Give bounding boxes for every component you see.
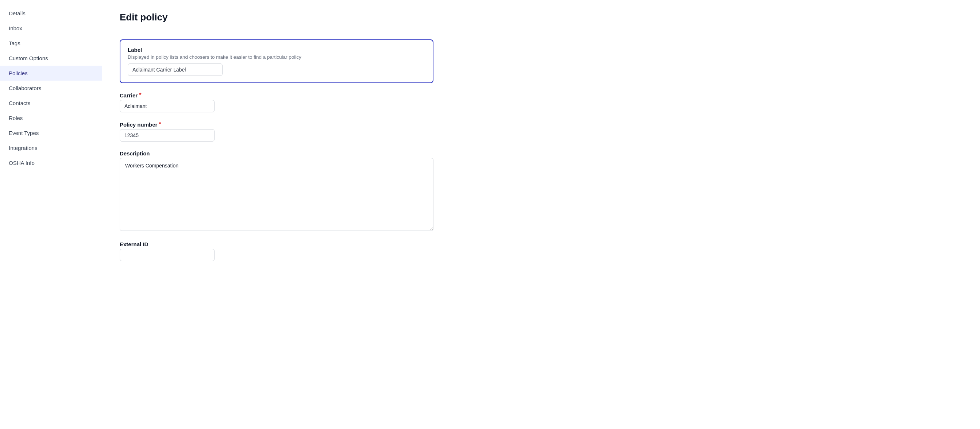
main-content: Edit policy Label Displayed in policy li… (102, 0, 980, 429)
external-id-input[interactable] (120, 249, 215, 261)
page-title: Edit policy (120, 12, 963, 29)
label-field-group: Label Displayed in policy lists and choo… (120, 40, 433, 83)
policy-number-field-group: Policy number * (120, 121, 433, 141)
external-id-field-group: External ID (120, 241, 433, 261)
carrier-field-group: Carrier * (120, 92, 433, 112)
sidebar: Details Inbox Tags Custom Options Polici… (0, 0, 102, 429)
sidebar-item-custom-options[interactable]: Custom Options (0, 51, 102, 66)
policy-number-field-label: Policy number * (120, 121, 433, 128)
label-field-label: Label (128, 47, 425, 53)
edit-policy-form: Label Displayed in policy lists and choo… (120, 40, 433, 261)
description-textarea[interactable]: Workers Compensation (120, 158, 433, 231)
sidebar-item-osha-info[interactable]: OSHA Info (0, 156, 102, 170)
sidebar-item-policies[interactable]: Policies (0, 66, 102, 81)
policy-number-required-star: * (159, 121, 161, 128)
external-id-field-label: External ID (120, 241, 433, 247)
policy-number-input[interactable] (120, 129, 215, 141)
sidebar-item-collaborators[interactable]: Collaborators (0, 81, 102, 95)
sidebar-item-integrations[interactable]: Integrations (0, 140, 102, 156)
description-field-label: Description (120, 150, 433, 156)
sidebar-item-inbox[interactable]: Inbox (0, 21, 102, 36)
carrier-required-star: * (139, 92, 141, 99)
carrier-input[interactable] (120, 100, 215, 112)
label-field-description: Displayed in policy lists and choosers t… (128, 54, 425, 60)
sidebar-item-tags[interactable]: Tags (0, 36, 102, 51)
description-field-group: Description Workers Compensation (120, 150, 433, 232)
sidebar-item-contacts[interactable]: Contacts (0, 95, 102, 111)
sidebar-item-event-types[interactable]: Event Types (0, 126, 102, 140)
label-input[interactable] (128, 64, 223, 76)
carrier-field-label: Carrier * (120, 92, 433, 99)
sidebar-item-roles[interactable]: Roles (0, 111, 102, 126)
sidebar-item-details[interactable]: Details (0, 6, 102, 21)
